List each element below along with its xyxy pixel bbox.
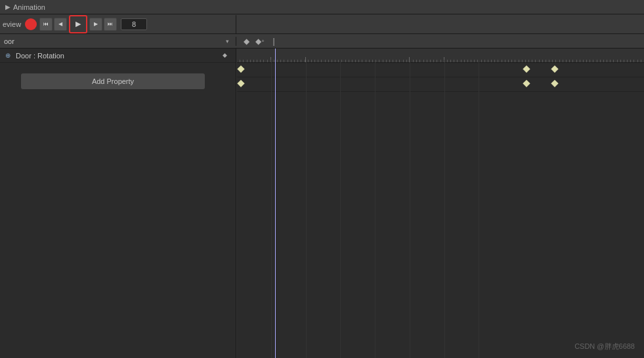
timeline-row-1 — [236, 77, 644, 92]
grid-lines — [236, 49, 644, 358]
add-property-button[interactable]: Add Property — [21, 73, 205, 89]
timeline-row-0 — [236, 63, 644, 77]
pipe-tool-button[interactable]: | — [268, 35, 280, 47]
left-controls: eview ⏮ ◀ ▶ ▶ ⏭ — [0, 15, 236, 33]
object-dropdown-icon[interactable]: ▾ — [223, 37, 232, 46]
object-right-tools: ◆ ◆+ | — [236, 35, 644, 47]
play-button[interactable]: ▶ — [69, 15, 87, 33]
diamond-tool-button[interactable]: ◆ — [240, 35, 252, 47]
title-bar: ▶ Animation — [0, 0, 644, 14]
step-back-button[interactable]: ◀ — [54, 18, 67, 31]
animation-icon: ▶ — [5, 3, 11, 10]
keyframe-diamond[interactable] — [237, 65, 244, 72]
skip-to-end-button[interactable]: ⏭ — [104, 18, 117, 31]
keyframe-diamond[interactable] — [551, 79, 559, 87]
property-label: Door : Rotation — [16, 52, 223, 60]
left-panel: ⊕ Door : Rotation ◆ Add Property — [0, 49, 236, 358]
timeline-ruler: 0:00 0:05 0:10 0:15 0:20 0:25 0:30 0:3 — [236, 49, 644, 63]
skip-to-start-button[interactable]: ⏮ — [39, 18, 53, 31]
step-forward-button[interactable]: ▶ — [89, 18, 102, 31]
diamond-plus-tool-button[interactable]: ◆+ — [254, 35, 266, 47]
object-bar: oor ▾ ◆ ◆+ | — [0, 34, 644, 49]
keyframe-dot[interactable]: ◆ — [223, 52, 230, 60]
watermark: CSDN @胖虎6688 — [574, 342, 635, 351]
timeline-panel[interactable]: 0:00 0:05 0:10 0:15 0:20 0:25 0:30 0:3 — [236, 49, 644, 358]
preview-label: eview — [3, 20, 21, 28]
property-icon: ⊕ — [5, 52, 13, 60]
timeline-rows — [236, 63, 644, 92]
main-area: ⊕ Door : Rotation ◆ Add Property 0:00 0:… — [0, 49, 644, 358]
object-name: oor — [4, 37, 223, 45]
add-property-container: Add Property — [0, 63, 236, 100]
playhead — [275, 49, 276, 358]
controls-bar: eview ⏮ ◀ ▶ ▶ ⏭ — [0, 14, 644, 34]
keyframe-diamond[interactable] — [551, 65, 559, 72]
keyframe-diamond[interactable] — [237, 79, 244, 87]
object-left: oor ▾ — [0, 37, 236, 46]
keyframe-diamond[interactable] — [523, 79, 530, 87]
keyframe-diamond[interactable] — [523, 65, 530, 72]
frame-input[interactable] — [121, 18, 147, 30]
record-button[interactable] — [25, 18, 37, 30]
property-row-door-rotation[interactable]: ⊕ Door : Rotation ◆ — [0, 49, 236, 63]
title-label: Animation — [13, 3, 45, 11]
